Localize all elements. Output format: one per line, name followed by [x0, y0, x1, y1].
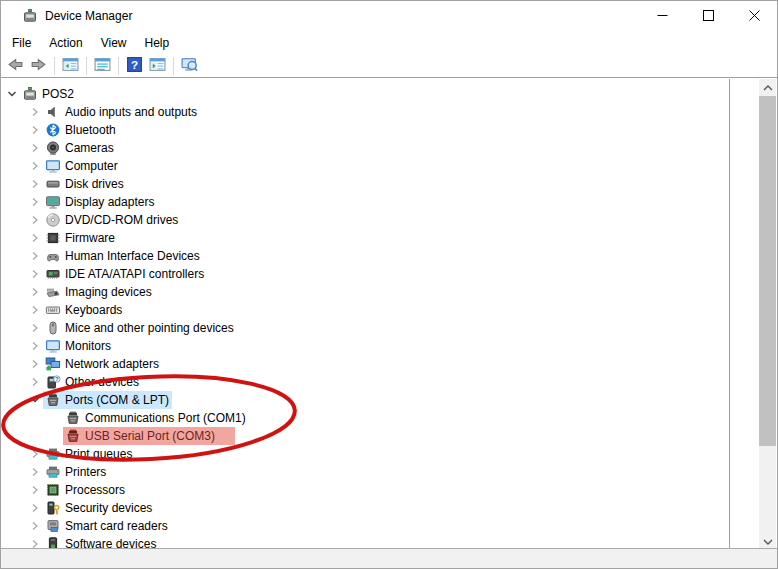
- chevron-collapsed-icon[interactable]: [27, 158, 43, 174]
- chevron-collapsed-icon[interactable]: [27, 212, 43, 228]
- tree-item-mice-and-other-pointing-devices[interactable]: Mice and other pointing devices: [2, 319, 776, 337]
- tree-item-label: Other devices: [65, 375, 139, 389]
- chevron-collapsed-icon[interactable]: [27, 374, 43, 390]
- scrollbar-thumb[interactable]: [759, 96, 776, 446]
- action-pane-icon: [149, 56, 166, 76]
- tree-item-usb-serial-port-com3[interactable]: USB Serial Port (COM3): [2, 427, 776, 445]
- chevron-collapsed-icon[interactable]: [27, 518, 43, 534]
- security-icon: [45, 500, 61, 516]
- back-button[interactable]: [5, 55, 26, 76]
- tree-item-disk-drives[interactable]: Disk drives: [2, 175, 776, 193]
- menu-help[interactable]: Help: [136, 33, 179, 53]
- tree-item-pos2[interactable]: POS2: [2, 85, 776, 103]
- chevron-expanded-icon[interactable]: [4, 86, 20, 102]
- chevron-collapsed-icon[interactable]: [27, 194, 43, 210]
- show-console-tree-button[interactable]: [60, 55, 81, 76]
- chevron-collapsed-icon[interactable]: [27, 230, 43, 246]
- display-icon: [45, 194, 61, 210]
- chevron-collapsed-icon[interactable]: [27, 284, 43, 300]
- tree-item-bluetooth[interactable]: Bluetooth: [2, 121, 776, 139]
- tree-item-processors[interactable]: Processors: [2, 481, 776, 499]
- tree-item-highlight: POS2: [20, 85, 77, 103]
- tree-item-smart-card-readers[interactable]: Smart card readers: [2, 517, 776, 535]
- tree-item-monitors[interactable]: Monitors: [2, 337, 776, 355]
- chevron-collapsed-icon[interactable]: [27, 356, 43, 372]
- chevron-collapsed-icon[interactable]: [27, 302, 43, 318]
- tree-item-label: Bluetooth: [65, 123, 116, 137]
- tree-item-communications-port-com1[interactable]: Communications Port (COM1): [2, 409, 776, 427]
- firmware-icon: [45, 230, 61, 246]
- tree-item-highlight: Ports (COM & LPT): [43, 391, 172, 409]
- tree-item-print-queues[interactable]: Print queues: [2, 445, 776, 463]
- tree-item-highlight: Printers: [43, 463, 109, 481]
- chevron-expanded-icon[interactable]: [27, 392, 43, 408]
- tree-item-highlight: Smart card readers: [43, 517, 171, 535]
- back-icon: [7, 56, 24, 76]
- computer-root-icon: [22, 86, 38, 102]
- tree-item-highlight: DVD/CD-ROM drives: [43, 211, 181, 229]
- tree-item-cameras[interactable]: Cameras: [2, 139, 776, 157]
- action-pane-button[interactable]: [147, 55, 168, 76]
- properties-button[interactable]: [92, 55, 113, 76]
- chevron-collapsed-icon[interactable]: [27, 104, 43, 120]
- tree-item-printers[interactable]: Printers: [2, 463, 776, 481]
- tree-item-highlight: Print queues: [43, 445, 135, 463]
- tree-item-highlight: Bluetooth: [43, 121, 119, 139]
- chevron-collapsed-icon[interactable]: [27, 500, 43, 516]
- toolbar-separator: [54, 57, 55, 75]
- tree-item-display-adapters[interactable]: Display adapters: [2, 193, 776, 211]
- chevron-collapsed-icon[interactable]: [27, 320, 43, 336]
- audio-icon: [45, 104, 61, 120]
- menu-action[interactable]: Action: [40, 33, 91, 53]
- tree-item-label: Computer: [65, 159, 118, 173]
- unknown-device-icon: ?: [45, 374, 61, 390]
- tree-item-computer[interactable]: Computer: [2, 157, 776, 175]
- chevron-collapsed-icon[interactable]: [27, 140, 43, 156]
- chevron-collapsed-icon[interactable]: [27, 122, 43, 138]
- tree-item-ide-ata-atapi-controllers[interactable]: IDE ATA/ATAPI controllers: [2, 265, 776, 283]
- scan-hardware-changes-button[interactable]: [179, 55, 200, 76]
- menu-file[interactable]: File: [3, 33, 40, 53]
- chevron-collapsed-icon[interactable]: [27, 482, 43, 498]
- chevron-collapsed-icon[interactable]: [27, 248, 43, 264]
- chevron-collapsed-icon[interactable]: [27, 464, 43, 480]
- tree-item-audio-inputs-and-outputs[interactable]: Audio inputs and outputs: [2, 103, 776, 121]
- tree-item-highlight: Audio inputs and outputs: [43, 103, 200, 121]
- scroll-up-button[interactable]: [759, 79, 776, 96]
- tree-item-other-devices[interactable]: ?Other devices: [2, 373, 776, 391]
- tree-item-label: Smart card readers: [65, 519, 168, 533]
- close-button[interactable]: [731, 1, 777, 31]
- tree-item-dvd-cd-rom-drives[interactable]: DVD/CD-ROM drives: [2, 211, 776, 229]
- tree-item-label: Keyboards: [65, 303, 122, 317]
- scan-hardware-changes-icon: [181, 56, 198, 76]
- printer-icon: [45, 464, 61, 480]
- maximize-icon: [703, 9, 714, 24]
- tree-item-security-devices[interactable]: Security devices: [2, 499, 776, 517]
- minimize-button[interactable]: [639, 1, 685, 31]
- chevron-collapsed-icon[interactable]: [27, 338, 43, 354]
- device-tree: POS2Audio inputs and outputsBluetoothCam…: [2, 79, 776, 550]
- tree-item-label: Ports (COM & LPT): [65, 393, 169, 407]
- forward-button[interactable]: [28, 55, 49, 76]
- chevron-collapsed-icon[interactable]: [27, 446, 43, 462]
- menu-bar: FileActionViewHelp: [1, 31, 777, 54]
- tree-item-firmware[interactable]: Firmware: [2, 229, 776, 247]
- tree-item-network-adapters[interactable]: Network adapters: [2, 355, 776, 373]
- properties-icon: [94, 56, 111, 76]
- vertical-scrollbar[interactable]: [759, 79, 776, 550]
- tree-item-label: Firmware: [65, 231, 115, 245]
- chevron-collapsed-icon[interactable]: [27, 266, 43, 282]
- tree-item-label: Printers: [65, 465, 106, 479]
- tree-item-imaging-devices[interactable]: Imaging devices: [2, 283, 776, 301]
- tree-item-highlight: Cameras: [43, 139, 117, 157]
- menu-view[interactable]: View: [92, 33, 136, 53]
- tree-item-ports-com-lpt[interactable]: Ports (COM & LPT): [2, 391, 776, 409]
- monitor-icon: [45, 338, 61, 354]
- tree-item-keyboards[interactable]: Keyboards: [2, 301, 776, 319]
- chevron-collapsed-icon[interactable]: [27, 176, 43, 192]
- help-button[interactable]: ?: [124, 55, 145, 76]
- toolbar-separator: [86, 57, 87, 75]
- maximize-button[interactable]: [685, 1, 731, 31]
- tree-item-human-interface-devices[interactable]: Human Interface Devices: [2, 247, 776, 265]
- dvd-icon: [45, 212, 61, 228]
